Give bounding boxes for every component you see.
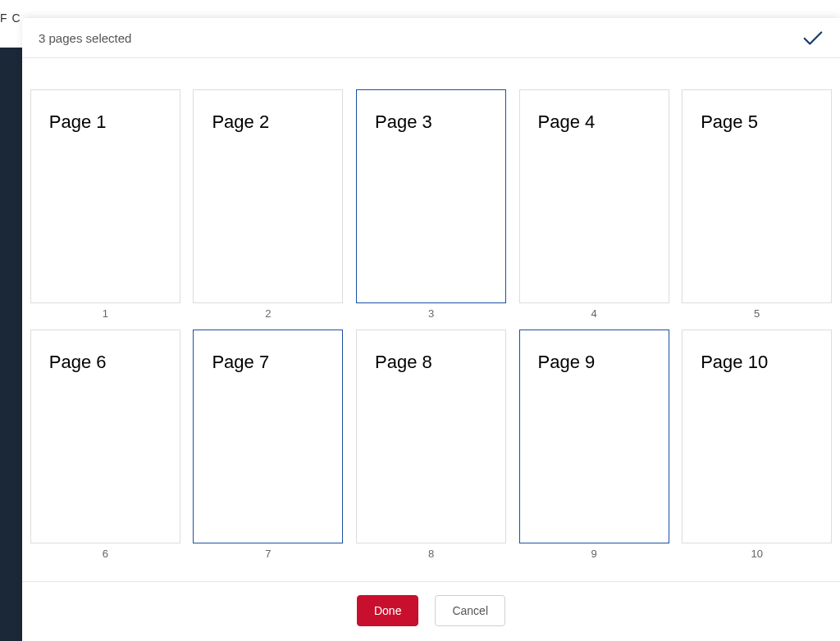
- page-item: Page 77: [191, 330, 346, 560]
- page-thumbnail-label: Page 8: [357, 330, 432, 373]
- page-thumbnail-label: Page 3: [357, 90, 432, 133]
- cancel-button[interactable]: Cancel: [435, 595, 505, 626]
- page-thumbnail[interactable]: Page 9: [519, 330, 669, 543]
- page-number-label: 5: [754, 307, 760, 320]
- selection-count-label: 3 pages selected: [39, 31, 131, 45]
- page-thumbnail-label: Page 9: [520, 330, 596, 373]
- page-item: Page 55: [679, 89, 834, 320]
- page-thumbnail[interactable]: Page 3: [356, 89, 506, 303]
- page-item: Page 44: [517, 89, 672, 320]
- modal-header: 3 pages selected: [22, 18, 840, 58]
- page-thumbnail[interactable]: Page 10: [682, 330, 832, 543]
- page-thumbnail-label: Page 4: [520, 90, 596, 133]
- page-item: Page 88: [354, 330, 509, 560]
- background-window-title: F C: [0, 11, 21, 25]
- page-item: Page 66: [28, 330, 183, 560]
- page-thumbnail[interactable]: Page 7: [193, 330, 343, 543]
- page-thumbnail-label: Page 6: [31, 330, 107, 373]
- page-number-label: 8: [428, 548, 434, 560]
- modal-body: Page 11Page 22Page 33Page 44Page 55Page …: [22, 58, 840, 581]
- page-thumbnail-label: Page 2: [194, 90, 269, 133]
- page-thumbnail[interactable]: Page 5: [682, 89, 832, 303]
- page-selection-modal: 3 pages selected Page 11Page 22Page 33Pa…: [22, 18, 840, 641]
- page-item: Page 99: [517, 330, 672, 560]
- page-number-label: 6: [103, 548, 108, 560]
- modal-footer: Done Cancel: [22, 581, 840, 641]
- page-thumbnail-label: Page 5: [682, 90, 758, 133]
- page-number-label: 3: [428, 307, 434, 320]
- page-number-label: 4: [591, 307, 596, 320]
- page-item: Page 11: [28, 89, 183, 320]
- done-button[interactable]: Done: [357, 595, 418, 626]
- page-grid: Page 11Page 22Page 33Page 44Page 55Page …: [28, 89, 834, 560]
- page-number-label: 1: [103, 307, 108, 320]
- page-number-label: 9: [591, 548, 596, 560]
- page-item: Page 1010: [679, 330, 834, 560]
- page-thumbnail[interactable]: Page 8: [356, 330, 506, 543]
- page-item: Page 22: [191, 89, 346, 320]
- page-number-label: 7: [265, 548, 271, 560]
- page-thumbnail[interactable]: Page 2: [193, 89, 343, 303]
- page-number-label: 10: [751, 548, 762, 560]
- page-number-label: 2: [265, 307, 271, 320]
- page-thumbnail[interactable]: Page 4: [519, 89, 669, 303]
- confirm-checkmark-icon[interactable]: [802, 30, 824, 46]
- page-thumbnail[interactable]: Page 6: [30, 330, 180, 543]
- page-thumbnail-label: Page 1: [31, 90, 107, 133]
- page-thumbnail-label: Page 7: [194, 330, 269, 373]
- page-thumbnail[interactable]: Page 1: [30, 89, 180, 303]
- page-item: Page 33: [354, 89, 509, 320]
- page-thumbnail-label: Page 10: [682, 330, 768, 373]
